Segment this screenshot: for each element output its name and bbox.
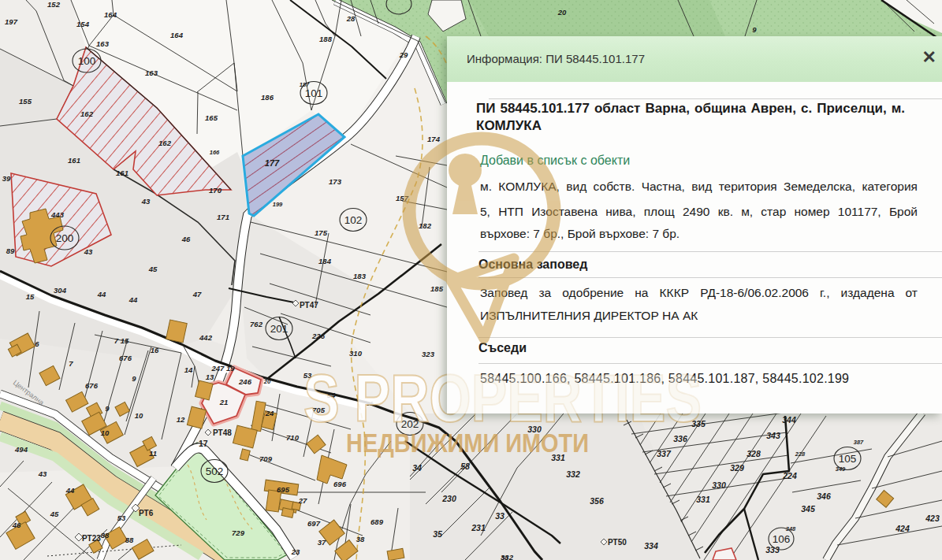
svg-text:246: 246 bbox=[238, 377, 252, 386]
svg-text:710: 710 bbox=[286, 433, 300, 442]
svg-text:89: 89 bbox=[6, 247, 15, 255]
svg-text:17: 17 bbox=[199, 439, 208, 448]
svg-text:231: 231 bbox=[471, 523, 486, 532]
svg-text:34: 34 bbox=[412, 463, 422, 473]
svg-text:164: 164 bbox=[170, 31, 184, 39]
svg-text:27: 27 bbox=[298, 496, 307, 505]
svg-text:152: 152 bbox=[47, 0, 61, 9]
svg-text:43: 43 bbox=[84, 247, 93, 256]
svg-text:163: 163 bbox=[96, 39, 110, 48]
svg-text:170: 170 bbox=[209, 186, 222, 195]
svg-text:729: 729 bbox=[232, 528, 245, 537]
svg-text:43: 43 bbox=[38, 469, 47, 478]
svg-text:53: 53 bbox=[303, 371, 312, 380]
svg-text:13: 13 bbox=[206, 373, 214, 381]
svg-text:230: 230 bbox=[441, 494, 456, 503]
svg-text:44: 44 bbox=[128, 295, 138, 304]
svg-text:337: 337 bbox=[657, 449, 672, 458]
svg-text:331: 331 bbox=[696, 495, 710, 504]
svg-text:356: 356 bbox=[590, 496, 604, 506]
svg-text:184: 184 bbox=[318, 257, 332, 265]
svg-text:165: 165 bbox=[205, 113, 218, 122]
svg-text:11: 11 bbox=[149, 449, 157, 458]
svg-text:7: 7 bbox=[69, 359, 73, 368]
svg-text:46: 46 bbox=[12, 521, 21, 529]
svg-text:310: 310 bbox=[349, 349, 363, 358]
svg-text:173: 173 bbox=[329, 177, 342, 186]
svg-text:166: 166 bbox=[210, 149, 220, 156]
svg-text:331: 331 bbox=[551, 453, 565, 462]
svg-text:РТ48: РТ48 bbox=[213, 428, 232, 437]
svg-text:177: 177 bbox=[265, 158, 280, 168]
svg-text:50: 50 bbox=[501, 554, 508, 560]
svg-text:20: 20 bbox=[557, 8, 567, 17]
svg-text:343: 343 bbox=[766, 431, 780, 440]
svg-text:183: 183 bbox=[353, 272, 367, 280]
svg-text:695: 695 bbox=[277, 485, 290, 494]
svg-text:100: 100 bbox=[78, 55, 96, 67]
svg-text:502: 502 bbox=[206, 465, 224, 477]
svg-text:154: 154 bbox=[76, 20, 90, 28]
svg-text:345: 345 bbox=[801, 504, 815, 514]
svg-text:88: 88 bbox=[125, 536, 134, 544]
svg-text:424: 424 bbox=[895, 524, 910, 533]
svg-text:12: 12 bbox=[177, 415, 185, 424]
svg-text:175: 175 bbox=[315, 228, 328, 237]
svg-text:21: 21 bbox=[219, 398, 229, 406]
svg-text:323: 323 bbox=[422, 350, 435, 358]
svg-text:330: 330 bbox=[712, 480, 726, 490]
svg-text:709: 709 bbox=[259, 454, 273, 463]
svg-text:45: 45 bbox=[148, 265, 158, 273]
svg-text:29: 29 bbox=[399, 50, 408, 59]
svg-text:10: 10 bbox=[101, 428, 110, 437]
svg-text:37: 37 bbox=[318, 538, 326, 547]
svg-text:56: 56 bbox=[367, 400, 374, 407]
svg-text:494: 494 bbox=[14, 445, 28, 454]
svg-text:348: 348 bbox=[786, 525, 796, 532]
svg-text:46: 46 bbox=[181, 235, 191, 243]
svg-text:44: 44 bbox=[97, 290, 106, 299]
svg-text:РТ6: РТ6 bbox=[139, 509, 154, 517]
svg-text:335: 335 bbox=[691, 419, 706, 428]
svg-text:44: 44 bbox=[65, 486, 75, 495]
svg-text:23: 23 bbox=[291, 547, 300, 556]
svg-text:200: 200 bbox=[56, 232, 74, 244]
svg-text:163: 163 bbox=[145, 69, 158, 77]
svg-text:226: 226 bbox=[311, 332, 326, 340]
svg-text:346: 346 bbox=[817, 491, 831, 501]
svg-text:54: 54 bbox=[327, 391, 336, 399]
svg-text:35: 35 bbox=[433, 529, 442, 539]
svg-text:162: 162 bbox=[80, 109, 94, 118]
svg-text:689: 689 bbox=[370, 517, 384, 526]
svg-text:762: 762 bbox=[250, 320, 263, 328]
svg-text:РТ47: РТ47 bbox=[300, 301, 318, 310]
svg-text:174: 174 bbox=[427, 135, 441, 143]
svg-text:247 19: 247 19 bbox=[210, 364, 235, 373]
svg-text:329: 329 bbox=[730, 463, 744, 473]
svg-text:28: 28 bbox=[346, 14, 356, 23]
svg-text:201: 201 bbox=[270, 323, 289, 335]
svg-text:101: 101 bbox=[305, 87, 323, 99]
svg-text:58: 58 bbox=[460, 462, 470, 471]
svg-text:349: 349 bbox=[836, 465, 846, 473]
svg-text:24: 24 bbox=[265, 409, 274, 417]
svg-text:333: 333 bbox=[765, 545, 780, 554]
svg-text:330: 330 bbox=[527, 425, 542, 434]
svg-text:171: 171 bbox=[217, 213, 229, 221]
svg-text:102: 102 bbox=[344, 214, 363, 226]
svg-text:423: 423 bbox=[925, 514, 940, 523]
svg-text:6: 6 bbox=[35, 339, 39, 348]
svg-text:387: 387 bbox=[854, 439, 864, 446]
svg-text:155: 155 bbox=[19, 97, 32, 106]
svg-text:38: 38 bbox=[356, 535, 365, 543]
svg-text:161: 161 bbox=[68, 156, 80, 165]
svg-text:336: 336 bbox=[673, 434, 687, 443]
svg-text:164: 164 bbox=[104, 10, 117, 19]
svg-text:332: 332 bbox=[566, 469, 580, 479]
svg-text:9: 9 bbox=[752, 25, 757, 34]
svg-text:15: 15 bbox=[26, 292, 35, 301]
svg-text:33: 33 bbox=[495, 511, 505, 521]
svg-text:14: 14 bbox=[184, 365, 193, 374]
svg-text:47: 47 bbox=[192, 290, 202, 299]
svg-text:328: 328 bbox=[747, 449, 761, 458]
